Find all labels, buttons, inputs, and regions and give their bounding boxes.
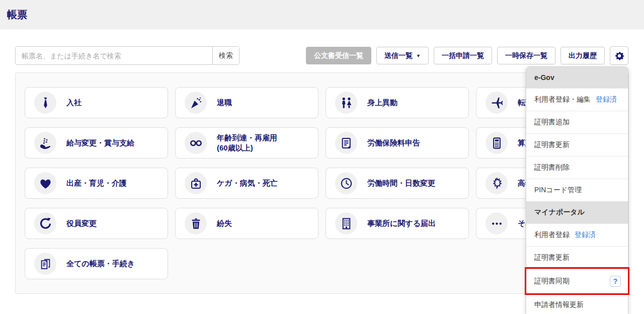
category-card-salary-bonus[interactable]: 給与変更・賞与支給	[25, 127, 168, 159]
category-label: 労働保険料申告	[367, 138, 420, 148]
menu-item-egov-cert-add[interactable]: 証明書追加	[526, 111, 628, 133]
menu-item-myna-cert-sync[interactable]: 証明書同期?	[526, 269, 628, 293]
building-icon	[335, 212, 357, 234]
menu-item-label: 証明書削除	[534, 163, 570, 172]
first-aid-kit-icon	[185, 172, 207, 194]
airplane-icon	[486, 92, 508, 114]
category-label: 紛失	[217, 218, 232, 228]
settings-menu: e-Gov利用者登録・編集登録済証明書追加証明書更新証明書削除PINコード管理マ…	[526, 66, 628, 314]
settings-gear-button[interactable]	[610, 46, 628, 65]
glasses-icon	[185, 132, 207, 154]
category-label: 給与変更・賞与支給	[66, 138, 134, 148]
category-label: 出産・育児・介護	[66, 178, 127, 188]
menu-item-egov-pin-management[interactable]: PINコード管理	[526, 179, 628, 201]
menu-item-label: 証明書更新	[534, 253, 570, 262]
heart-icon	[34, 172, 56, 194]
menu-item-label: 利用者登録・編集	[534, 95, 591, 104]
toolbar-button-batch-application-list[interactable]: 一括申請一覧	[434, 47, 492, 64]
category-label: 退職	[217, 98, 232, 108]
menu-item-myna-cert-update[interactable]: 証明書更新	[526, 246, 628, 269]
category-card-officer-change[interactable]: 役員変更	[25, 208, 168, 239]
ellipsis-icon	[486, 212, 508, 234]
category-card-all-forms[interactable]: 全ての帳票・手続き	[25, 248, 168, 279]
toolbar: 検索 公文書受信一覧送信一覧▼一括申請一覧一時保存一覧出力履歴	[15, 46, 628, 65]
category-label: ケガ・病気・死亡	[217, 178, 278, 188]
menu-item-label: 証明書同期	[534, 277, 570, 286]
gear-icon	[613, 50, 625, 62]
category-card-age-reemployment[interactable]: 年齢到達・再雇用 (60歳以上)	[175, 127, 318, 159]
category-card-work-hours[interactable]: 労働時間・日数変更	[326, 168, 469, 199]
category-label: 年齢到達・再雇用 (60歳以上)	[217, 133, 277, 153]
menu-item-egov-user-registration[interactable]: 利用者登録・編集登録済	[526, 88, 628, 111]
trash-icon	[185, 212, 207, 234]
caret-down-icon: ▼	[416, 53, 421, 58]
necktie-icon	[34, 92, 56, 114]
toolbar-button-temp-save-list[interactable]: 一時保存一覧	[497, 47, 555, 64]
category-card-loss[interactable]: 紛失	[175, 208, 318, 239]
couple-icon	[335, 92, 357, 114]
search-input[interactable]	[16, 47, 212, 64]
menu-item-label: 証明書更新	[534, 140, 570, 149]
page-title: 帳票	[7, 8, 27, 22]
menu-item-egov-cert-update[interactable]: 証明書更新	[526, 133, 628, 156]
category-card-injury-illness[interactable]: ケガ・病気・死亡	[175, 168, 318, 199]
toolbar-buttons: 公文書受信一覧送信一覧▼一括申請一覧一時保存一覧出力履歴	[306, 46, 628, 65]
toolbar-button-output-history[interactable]: 出力履歴	[560, 47, 605, 64]
stacked-documents-icon	[34, 253, 56, 275]
menu-item-label: 証明書追加	[534, 118, 570, 127]
category-card-labor-insurance[interactable]: 労働保険料申告	[326, 127, 469, 159]
menu-item-myna-user-registration[interactable]: 利用者登録登録済	[526, 223, 628, 246]
category-card-retirement[interactable]: 退職	[175, 87, 318, 118]
search-group: 検索	[15, 46, 239, 65]
category-card-joining[interactable]: 入社	[25, 87, 168, 118]
menu-section-header-egov: e-Gov	[526, 67, 628, 88]
menu-section-header-mynaportal: マイナポータル	[526, 201, 628, 223]
help-icon[interactable]: ?	[610, 276, 621, 287]
category-card-office-notification[interactable]: 事業所に関する届出	[326, 208, 469, 239]
menu-item-label: 申請者情報更新	[534, 300, 584, 309]
page-header: 帳票	[0, 0, 644, 29]
category-label: 事業所に関する届出	[367, 218, 436, 228]
toolbar-button-sent-list[interactable]: 送信一覧▼	[376, 47, 429, 64]
clock-icon	[335, 172, 357, 194]
menu-item-label: PINコード管理	[534, 186, 582, 195]
category-label: 全ての帳票・手続き	[66, 259, 135, 269]
category-label: 入社	[66, 98, 82, 108]
registered-badge: 登録済	[596, 95, 617, 104]
menu-item-label: 利用者登録	[534, 230, 570, 240]
search-button[interactable]: 検索	[212, 47, 239, 64]
hand-coins-icon	[34, 132, 56, 154]
category-label: 役員変更	[66, 218, 97, 228]
category-label: 身上異動	[367, 98, 397, 108]
refresh-icon	[34, 212, 56, 234]
menu-item-applicant-info-update[interactable]: 申請者情報更新	[526, 293, 628, 314]
menu-item-egov-cert-delete[interactable]: 証明書削除	[526, 156, 628, 179]
maple-leaf-icon	[486, 172, 508, 194]
calculator-icon	[486, 132, 508, 154]
party-popper-icon	[185, 92, 207, 114]
category-card-personal-change[interactable]: 身上異動	[326, 87, 469, 118]
registered-badge: 登録済	[575, 230, 596, 240]
document-icon	[335, 132, 357, 154]
category-card-birth-childcare[interactable]: 出産・育児・介護	[25, 168, 168, 199]
category-label: 労働時間・日数変更	[367, 178, 435, 188]
toolbar-button-official-docs-received-list: 公文書受信一覧	[306, 47, 371, 64]
